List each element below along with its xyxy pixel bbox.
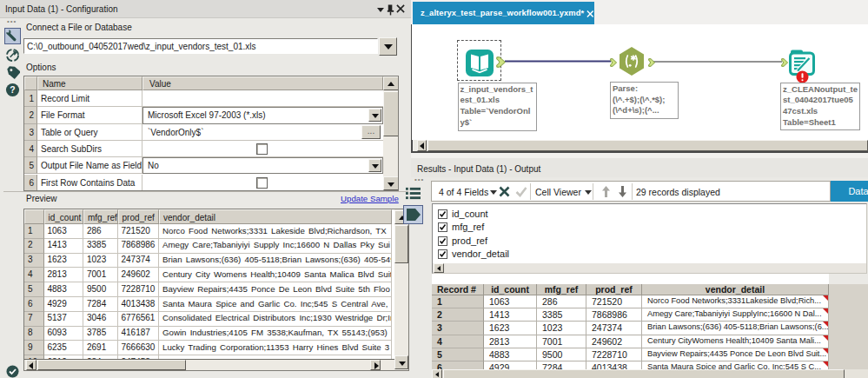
svg-text:?: ? [10,85,15,95]
